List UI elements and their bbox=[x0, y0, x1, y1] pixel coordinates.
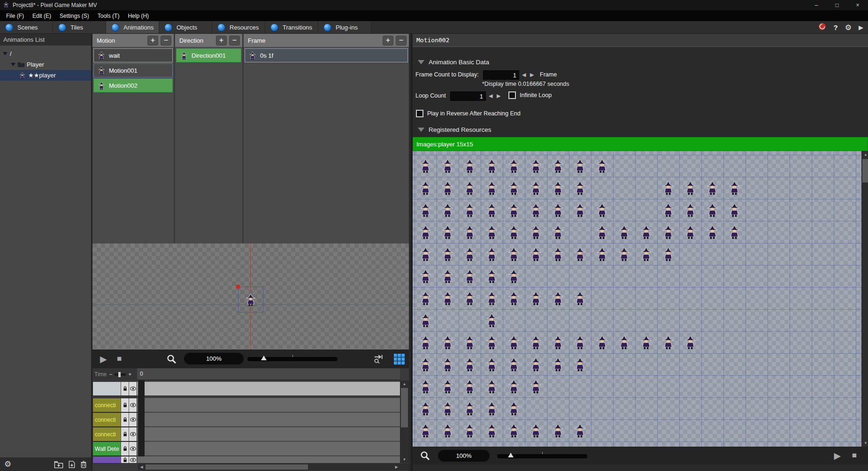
tab-tiles[interactable]: Tiles bbox=[53, 21, 106, 33]
sprite-cell[interactable] bbox=[525, 419, 547, 441]
sprite-cell[interactable] bbox=[525, 221, 547, 243]
sprite-cell[interactable] bbox=[437, 397, 459, 419]
sprite-cell[interactable] bbox=[679, 221, 701, 243]
sprite-cell[interactable] bbox=[481, 155, 503, 177]
sprite-cell[interactable] bbox=[701, 177, 723, 199]
sprite-cell[interactable] bbox=[459, 397, 481, 419]
help-icon[interactable]: ? bbox=[833, 23, 837, 31]
lock-icon[interactable] bbox=[121, 427, 129, 441]
sprite-cell[interactable] bbox=[613, 243, 635, 265]
add-animation-icon[interactable] bbox=[69, 461, 75, 468]
track-content[interactable] bbox=[137, 427, 400, 441]
sprite-cell[interactable] bbox=[415, 243, 437, 265]
delete-trash-icon[interactable] bbox=[80, 461, 87, 468]
sprite-cell[interactable] bbox=[437, 199, 459, 221]
add-motion-button[interactable]: + bbox=[147, 36, 158, 46]
sprite-cell[interactable] bbox=[415, 177, 437, 199]
sprite-cell[interactable] bbox=[459, 331, 481, 353]
infinite-loop-checkbox[interactable] bbox=[508, 91, 516, 99]
sheet-vertical-scrollbar[interactable]: ▲ ▼ bbox=[861, 151, 868, 447]
minimize-button[interactable]: – bbox=[806, 0, 827, 10]
fit-view-icon[interactable] bbox=[373, 349, 385, 368]
eye-icon[interactable] bbox=[129, 427, 137, 441]
sprite-cell[interactable] bbox=[547, 177, 569, 199]
scrollbar-thumb[interactable] bbox=[862, 159, 868, 182]
sprite-cell[interactable] bbox=[415, 287, 437, 309]
sprite-cell[interactable] bbox=[481, 397, 503, 419]
sprite-cell[interactable] bbox=[613, 221, 635, 243]
sprite-cell[interactable] bbox=[481, 199, 503, 221]
sprite-cell[interactable] bbox=[569, 331, 591, 353]
tree-item-player[interactable]: Player bbox=[0, 59, 91, 70]
frame-count-input[interactable]: 1 bbox=[483, 70, 519, 80]
add-frame-button[interactable]: + bbox=[383, 36, 393, 46]
section-registered-resources[interactable]: Registered Resources bbox=[413, 125, 492, 134]
sprite-cell[interactable] bbox=[503, 177, 525, 199]
sprite-cell[interactable] bbox=[679, 199, 701, 221]
scroll-down-icon[interactable]: ▼ bbox=[861, 440, 868, 447]
tree-item-item[interactable]: / bbox=[0, 48, 91, 59]
grid-toggle-icon[interactable] bbox=[394, 349, 405, 368]
sprite-cell[interactable] bbox=[503, 265, 525, 287]
sprite-cell[interactable] bbox=[547, 199, 569, 221]
resource-bar[interactable]: Images:player 15x15 bbox=[413, 137, 868, 151]
sprite-cell[interactable] bbox=[503, 397, 525, 419]
sprite-cell[interactable] bbox=[415, 353, 437, 375]
sprite-cell[interactable] bbox=[547, 331, 569, 353]
tab-objects[interactable]: Objects bbox=[159, 21, 212, 33]
sprite-cell[interactable] bbox=[503, 331, 525, 353]
sprite-cell[interactable] bbox=[569, 199, 591, 221]
selection-origin-handle[interactable] bbox=[236, 285, 240, 289]
sprite-cell[interactable] bbox=[547, 287, 569, 309]
sprite-cell[interactable] bbox=[613, 331, 635, 353]
sprite-cell[interactable] bbox=[569, 287, 591, 309]
scroll-up-icon[interactable]: ▲ bbox=[400, 380, 409, 387]
sprite-cell[interactable] bbox=[437, 155, 459, 177]
sprite-cell[interactable] bbox=[437, 221, 459, 243]
menu-help[interactable]: Help (H) bbox=[123, 13, 153, 19]
sprite-cell[interactable] bbox=[657, 199, 679, 221]
sprite-cell[interactable] bbox=[503, 287, 525, 309]
sprite-cell[interactable] bbox=[415, 265, 437, 287]
sprite-cell[interactable] bbox=[459, 199, 481, 221]
lock-icon[interactable] bbox=[121, 442, 129, 456]
sprite-cell[interactable] bbox=[415, 155, 437, 177]
sheet-zoom-slider[interactable] bbox=[497, 451, 587, 461]
timeline-ruler[interactable] bbox=[92, 368, 400, 380]
current-frame-indicator[interactable] bbox=[138, 380, 145, 456]
zoom-slider-thumb[interactable] bbox=[261, 356, 267, 360]
sprite-cell[interactable] bbox=[481, 419, 503, 441]
eye-icon[interactable] bbox=[129, 413, 137, 426]
sprite-cell[interactable] bbox=[481, 375, 503, 397]
tab-resources[interactable]: Resources bbox=[212, 21, 265, 33]
sprite-cell[interactable] bbox=[547, 155, 569, 177]
motion-item-motion002[interactable]: Motion002 bbox=[93, 78, 173, 92]
reverse-play-checkbox[interactable] bbox=[416, 110, 423, 117]
sprite-cell[interactable] bbox=[481, 331, 503, 353]
lock-icon[interactable] bbox=[121, 382, 129, 395]
sprite-cell[interactable] bbox=[481, 243, 503, 265]
menu-settings[interactable]: Settings (S) bbox=[55, 13, 93, 19]
sprite-cell[interactable] bbox=[569, 243, 591, 265]
eye-icon[interactable] bbox=[129, 442, 137, 456]
sprite-cell[interactable] bbox=[459, 441, 481, 447]
sprite-cell[interactable] bbox=[481, 353, 503, 375]
track-content[interactable] bbox=[137, 398, 400, 412]
sprite-cell[interactable] bbox=[415, 441, 437, 447]
sprite-cell[interactable] bbox=[525, 287, 547, 309]
sprite-cell[interactable] bbox=[503, 243, 525, 265]
tab-animations[interactable]: Animations bbox=[106, 21, 159, 33]
sprite-cell[interactable] bbox=[657, 221, 679, 243]
lock-icon[interactable] bbox=[121, 456, 129, 463]
lock-icon[interactable] bbox=[121, 413, 129, 426]
sprite-cell[interactable] bbox=[459, 265, 481, 287]
timeline-horizontal-scrollbar[interactable]: ◀ ▶ bbox=[138, 463, 400, 471]
sprite-cell[interactable] bbox=[657, 177, 679, 199]
sprite-cell[interactable] bbox=[547, 441, 569, 447]
sprite-cell[interactable] bbox=[547, 243, 569, 265]
sprite-cell[interactable] bbox=[503, 353, 525, 375]
sprite-cell[interactable] bbox=[481, 441, 503, 447]
sprite-cell[interactable] bbox=[503, 155, 525, 177]
frame-item-0s-1f[interactable]: 0s 1f bbox=[245, 48, 408, 62]
add-folder-icon[interactable] bbox=[54, 461, 63, 468]
